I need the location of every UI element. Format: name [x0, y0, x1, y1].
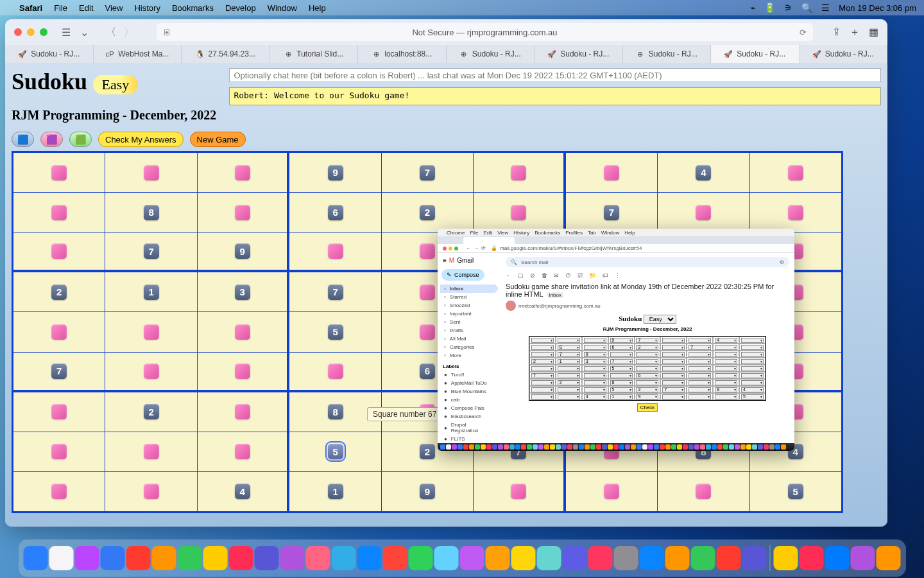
dock-app[interactable] [460, 546, 484, 570]
email-sudoku-cell[interactable]: 8 [713, 386, 739, 393]
overlay-menu-view[interactable]: View [497, 230, 508, 236]
overlay-menu-window[interactable]: Window [601, 230, 619, 236]
tab-overview-icon[interactable]: ▦ [869, 26, 878, 39]
overlay-dock-app[interactable] [440, 444, 445, 450]
overlay-menu-chrome[interactable]: Chrome [447, 230, 465, 236]
overlay-dock-app[interactable] [486, 444, 492, 450]
menu-edit[interactable]: Edit [79, 3, 93, 13]
sudoku-cell[interactable]: 4 [198, 472, 289, 511]
overlay-dock-app[interactable] [752, 444, 757, 450]
overlay-dock-app[interactable] [561, 444, 567, 450]
email-sudoku-cell[interactable] [687, 372, 713, 379]
email-sudoku-cell[interactable]: 3 [582, 358, 608, 365]
dock-app[interactable] [511, 546, 536, 570]
dock-app[interactable] [357, 546, 382, 570]
wifi-icon[interactable]: ⚞ [784, 3, 792, 13]
dock-app[interactable] [877, 546, 901, 570]
dock-app[interactable] [774, 546, 798, 570]
check-answers-button[interactable]: Check My Answers [98, 132, 184, 147]
browser-tab[interactable]: 🚀Sudoku - RJ... [711, 45, 800, 63]
dock-app[interactable] [717, 546, 741, 570]
email-sudoku-cell[interactable] [582, 337, 608, 344]
dock-app[interactable] [434, 546, 459, 570]
sidebar-toggle-icon[interactable]: ☰ [58, 25, 74, 39]
overlay-dock-app[interactable] [694, 444, 699, 450]
overlay-dock-app[interactable] [463, 444, 468, 450]
overlay-dock-app[interactable] [585, 444, 590, 450]
emoji-green-pill[interactable]: 🟩 [69, 132, 92, 147]
spotlight-icon[interactable]: 🔍 [801, 3, 812, 13]
sudoku-cell[interactable] [198, 392, 289, 432]
email-check-button[interactable]: Check [637, 403, 658, 412]
email-sudoku-cell[interactable] [608, 372, 635, 379]
sudoku-cell[interactable]: 9 [198, 232, 289, 272]
dock-app[interactable] [409, 546, 433, 570]
dock-app[interactable] [280, 546, 305, 570]
email-sudoku-cell[interactable]: 2 [529, 358, 556, 365]
email-sudoku-cell[interactable] [529, 393, 556, 400]
sudoku-cell[interactable] [658, 193, 749, 232]
sudoku-cell[interactable] [13, 432, 105, 471]
dock-app[interactable] [665, 546, 690, 570]
overlay-dock-app[interactable] [660, 444, 665, 450]
overlay-dock-app[interactable] [544, 444, 549, 450]
overlay-menu-edit[interactable]: Edit [483, 230, 492, 236]
overlay-dock-app[interactable] [596, 444, 601, 450]
email-sudoku-cell[interactable]: 9 [582, 351, 608, 358]
email-sudoku-cell[interactable] [582, 386, 608, 393]
sudoku-cell[interactable] [105, 432, 196, 471]
close-icon[interactable] [14, 28, 22, 36]
back-button[interactable]: 〈 [103, 25, 119, 39]
sudoku-cell[interactable]: 2 [105, 392, 196, 432]
gmail-nav-item[interactable]: ▫Snoozed [440, 301, 498, 310]
filter-icon[interactable]: ⚙ [780, 259, 784, 265]
overlay-dock-app[interactable] [775, 444, 780, 450]
email-sudoku-cell[interactable]: 2 [635, 386, 661, 393]
sudoku-cell[interactable]: 1 [289, 472, 381, 511]
chat-input[interactable] [229, 68, 881, 82]
browser-tab[interactable]: 🐧27.54.94.23... [182, 45, 270, 63]
sudoku-cell[interactable] [13, 232, 105, 272]
emoji-pink-pill[interactable]: 🟪 [40, 132, 63, 147]
email-sudoku-cell[interactable] [556, 365, 582, 372]
email-sudoku-cell[interactable] [713, 393, 739, 400]
email-sudoku-cell[interactable] [529, 365, 556, 372]
label-icon[interactable]: 🏷 [603, 272, 608, 279]
email-sudoku-cell[interactable] [739, 379, 766, 386]
sudoku-cell[interactable] [13, 472, 105, 511]
dock-app[interactable] [800, 546, 824, 570]
email-sudoku-cell[interactable] [713, 344, 739, 351]
sudoku-cell[interactable] [566, 153, 657, 192]
dock-app[interactable] [152, 546, 176, 570]
overlay-dock-app[interactable] [475, 444, 480, 450]
email-sudoku-cell[interactable]: 2 [556, 379, 582, 386]
overlay-dock-app[interactable] [665, 444, 671, 450]
email-sudoku-cell[interactable] [582, 365, 608, 372]
email-sudoku-cell[interactable]: 6 [608, 344, 635, 351]
new-game-button[interactable]: New Game [190, 132, 246, 147]
new-tab-icon[interactable]: ＋ [850, 26, 860, 39]
dock-app[interactable] [101, 546, 125, 570]
report-icon[interactable]: ⊘ [530, 272, 535, 279]
sudoku-cell[interactable]: 2 [13, 272, 105, 311]
overlay-dock-app[interactable] [602, 444, 607, 450]
email-sudoku-cell[interactable] [529, 337, 556, 344]
minimize-icon[interactable] [27, 28, 35, 36]
dock-app[interactable] [640, 546, 664, 570]
sudoku-cell[interactable] [474, 153, 565, 192]
email-sudoku-cell[interactable] [713, 379, 739, 386]
overlay-dock-app[interactable] [758, 444, 763, 450]
overlay-dock-app[interactable] [706, 444, 711, 450]
dock-app[interactable] [825, 546, 850, 570]
email-sudoku-cell[interactable] [739, 344, 766, 351]
overlay-dock-app[interactable] [642, 444, 647, 450]
dock-app[interactable] [588, 546, 613, 570]
email-difficulty-select[interactable]: Easy [644, 315, 676, 324]
sudoku-cell[interactable] [198, 353, 289, 392]
overlay-dock-app[interactable] [573, 444, 578, 450]
chat-log[interactable]: Robert: Welcome to our Sudoku game! [229, 87, 881, 105]
email-sudoku-cell[interactable] [739, 365, 766, 372]
browser-tab[interactable]: 🚀Sudoku - RJ... [535, 45, 623, 63]
browser-tab[interactable]: 🚀Sudoku - RJ... [800, 45, 888, 63]
dock-app[interactable] [203, 546, 228, 570]
